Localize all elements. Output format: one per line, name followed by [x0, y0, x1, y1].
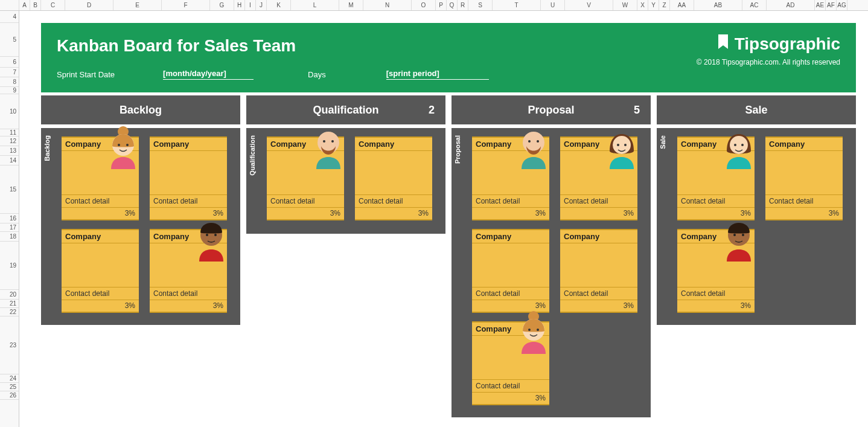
row-header[interactable]: 14	[0, 156, 19, 165]
row-header[interactable]: 19	[0, 242, 19, 290]
col-header[interactable]: Q	[447, 0, 458, 10]
col-header[interactable]: O	[412, 0, 436, 10]
sprint-period-input[interactable]: [sprint period]	[386, 69, 489, 80]
card-percent: 3%	[150, 300, 227, 313]
lane-header[interactable]: Proposal5	[452, 95, 651, 124]
sprint-start-input[interactable]: [month/day/year]	[163, 69, 254, 80]
lane-body[interactable]: QualificationCompanyContact detail3%Comp…	[246, 128, 445, 234]
row-header[interactable]: 23	[0, 316, 19, 374]
kanban-card[interactable]: CompanyContact detail3%	[472, 136, 549, 220]
kanban-card[interactable]: CompanyContact detail3%	[150, 136, 227, 220]
lane-header[interactable]: Backlog	[41, 95, 240, 124]
card-contact: Contact detail	[150, 194, 227, 208]
card-percent: 3%	[62, 300, 139, 313]
card-company: Company	[677, 136, 755, 151]
col-header[interactable]: F	[162, 0, 210, 10]
kanban-card[interactable]: CompanyContact detail3%	[62, 136, 139, 220]
lane-body[interactable]: BacklogCompanyContact detail3%CompanyCon…	[41, 128, 240, 325]
kanban-card[interactable]: CompanyContact detail3%	[150, 229, 227, 313]
kanban-card[interactable]: CompanyContact detail3%	[267, 136, 344, 220]
row-header[interactable]: 24	[0, 374, 19, 383]
row-header[interactable]: 11	[0, 129, 19, 136]
row-header[interactable]: 13	[0, 146, 19, 156]
kanban-card[interactable]: CompanyContact detail3%	[472, 321, 549, 405]
kanban-card[interactable]: CompanyContact detail3%	[677, 136, 755, 220]
card-container: CompanyContact detail3%CompanyContact de…	[472, 136, 639, 405]
row-header[interactable]: 6	[0, 57, 19, 68]
kanban-card[interactable]: CompanyContact detail3%	[472, 229, 549, 313]
col-header[interactable]: AG	[837, 0, 847, 10]
kanban-card[interactable]: CompanyContact detail3%	[560, 229, 637, 313]
col-header[interactable]: N	[363, 0, 412, 10]
row-header[interactable]: 25	[0, 383, 19, 391]
col-header[interactable]: E	[113, 0, 162, 10]
col-header[interactable]: T	[493, 0, 541, 10]
kanban-card[interactable]: CompanyContact detail3%	[765, 136, 843, 220]
col-header[interactable]: D	[65, 0, 113, 10]
kanban-card[interactable]: CompanyContact detail3%	[677, 229, 755, 313]
col-header[interactable]: AC	[742, 0, 767, 10]
lane-backlog: BacklogBacklogCompanyContact detail3%Com…	[41, 95, 240, 417]
row-header[interactable]: 12	[0, 136, 19, 146]
lane-body[interactable]: ProposalCompanyContact detail3%CompanyCo…	[452, 128, 651, 417]
card-contact: Contact detail	[472, 287, 549, 300]
row-header[interactable]: 10	[0, 94, 19, 129]
col-header[interactable]: C	[41, 0, 65, 10]
lane-body[interactable]: SaleCompanyContact detail3%CompanyContac…	[657, 128, 856, 325]
row-header[interactable]: 18	[0, 232, 19, 242]
col-header[interactable]: W	[613, 0, 637, 10]
card-body	[677, 243, 755, 287]
col-header[interactable]: AE	[815, 0, 826, 10]
col-header[interactable]: AF	[826, 0, 837, 10]
kanban-card[interactable]: CompanyContact detail3%	[560, 136, 637, 220]
row-header[interactable]: 17	[0, 223, 19, 232]
row-header[interactable]: 21	[0, 300, 19, 308]
row-header[interactable]: 5	[0, 23, 19, 57]
card-percent: 3%	[765, 208, 843, 220]
row-header[interactable]: 16	[0, 214, 19, 223]
kanban-card[interactable]: CompanyContact detail3%	[62, 229, 139, 313]
col-header[interactable]: Z	[659, 0, 670, 10]
col-header[interactable]: P	[436, 0, 447, 10]
row-header[interactable]: 8	[0, 77, 19, 87]
row-header[interactable]: 4	[0, 11, 19, 23]
kanban-card[interactable]: CompanyContact detail3%	[355, 136, 432, 220]
col-header[interactable]: A	[19, 0, 30, 10]
lane-title: Proposal	[528, 104, 574, 117]
kanban-board: BacklogBacklogCompanyContact detail3%Com…	[41, 95, 856, 417]
col-header[interactable]: G	[210, 0, 234, 10]
col-header[interactable]: V	[565, 0, 613, 10]
spreadsheet-canvas[interactable]: Kanban Board for Sales Team Tipsographic…	[19, 11, 868, 427]
col-header[interactable]: X	[637, 0, 648, 10]
lane-header[interactable]: Qualification2	[246, 95, 445, 124]
lane-header[interactable]: Sale	[657, 95, 856, 124]
card-contact: Contact detail	[355, 194, 432, 208]
lane-qualification: Qualification2QualificationCompanyContac…	[246, 95, 445, 417]
col-header[interactable]: M	[339, 0, 363, 10]
row-header[interactable]: 20	[0, 290, 19, 300]
card-container: CompanyContact detail3%CompanyContact de…	[677, 136, 844, 313]
col-header[interactable]: L	[291, 0, 339, 10]
col-header[interactable]: Y	[648, 0, 659, 10]
row-header[interactable]: 15	[0, 165, 19, 214]
card-contact: Contact detail	[62, 194, 139, 208]
col-header[interactable]: H	[234, 0, 245, 10]
row-header[interactable]: 26	[0, 391, 19, 400]
card-body	[62, 243, 139, 287]
col-header[interactable]: AA	[670, 0, 694, 10]
col-header[interactable]: J	[256, 0, 267, 10]
col-header[interactable]: I	[245, 0, 256, 10]
col-header[interactable]: S	[468, 0, 493, 10]
days-label: Days	[308, 70, 326, 79]
col-header[interactable]: U	[541, 0, 565, 10]
col-header[interactable]: B	[30, 0, 41, 10]
row-header[interactable]: 7	[0, 68, 19, 77]
col-header[interactable]: K	[267, 0, 291, 10]
row-header[interactable]: 22	[0, 308, 19, 316]
row-header[interactable]: 9	[0, 87, 19, 94]
col-header[interactable]: AB	[694, 0, 742, 10]
col-header[interactable]: R	[458, 0, 468, 10]
col-header[interactable]: AD	[767, 0, 815, 10]
card-body	[150, 151, 227, 194]
col-header[interactable]	[0, 0, 19, 10]
